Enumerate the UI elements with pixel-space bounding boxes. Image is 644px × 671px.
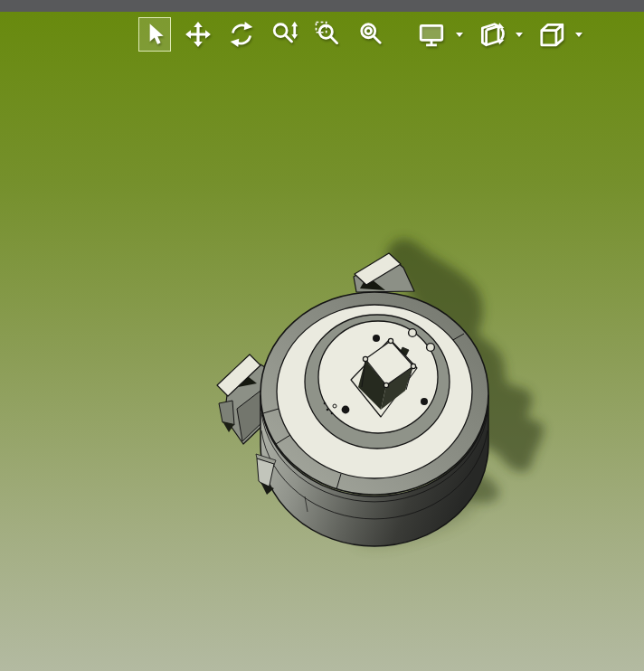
model-bracket-foot — [219, 401, 234, 432]
rotate-arrows-icon — [228, 21, 255, 48]
sheet-rotate-icon — [478, 21, 505, 48]
magnifier-circle-icon — [358, 21, 385, 48]
zoom-to-area-button[interactable] — [312, 17, 345, 52]
zoom-to-fit-button[interactable] — [355, 17, 388, 52]
cursor-arrow-icon — [141, 21, 168, 48]
chevron-down-icon — [515, 31, 524, 38]
chevron-down-icon — [574, 31, 583, 38]
magnifier-dashed-box-icon — [315, 21, 342, 48]
view-orientation-button[interactable] — [475, 17, 507, 52]
monitor-icon — [418, 21, 445, 48]
display-mode-dropdown[interactable] — [453, 17, 466, 52]
view-toolbar — [138, 16, 594, 52]
display-style-button[interactable] — [535, 17, 567, 52]
pan-arrows-icon — [185, 21, 212, 48]
chevron-down-icon — [455, 31, 464, 38]
zoom-in-out-button[interactable] — [269, 17, 301, 52]
rotate-view-button[interactable] — [225, 17, 258, 52]
magnifier-updown-arrow-icon — [271, 21, 298, 48]
3d-viewport[interactable] — [0, 12, 644, 671]
pan-tool-button[interactable] — [182, 17, 214, 52]
model-canvas[interactable] — [0, 12, 644, 671]
cad-viewer-window — [0, 0, 644, 671]
view-orientation-dropdown[interactable] — [513, 17, 526, 52]
display-mode-button[interactable] — [415, 17, 448, 52]
display-style-dropdown[interactable] — [573, 17, 585, 52]
window-chrome-strip — [0, 0, 644, 12]
select-tool-button[interactable] — [138, 17, 171, 52]
wireframe-cube-icon — [537, 21, 564, 48]
